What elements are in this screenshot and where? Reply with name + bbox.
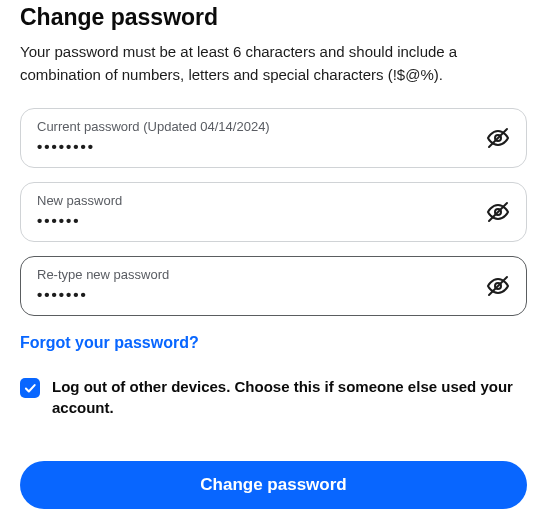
retype-password-label: Re-type new password [37, 267, 510, 282]
new-password-value: •••••• [37, 212, 510, 229]
new-password-label: New password [37, 193, 510, 208]
page-subtitle: Your password must be at least 6 charact… [20, 41, 527, 86]
current-password-value: •••••••• [37, 138, 510, 155]
logout-devices-row: Log out of other devices. Choose this if… [20, 376, 527, 418]
current-password-label: Current password (Updated 04/14/2024) [37, 119, 510, 134]
eye-slash-icon[interactable] [486, 274, 510, 298]
logout-devices-checkbox[interactable] [20, 378, 40, 398]
eye-slash-icon[interactable] [486, 126, 510, 150]
change-password-button[interactable]: Change password [20, 461, 527, 509]
forgot-password-link[interactable]: Forgot your password? [20, 334, 199, 352]
logout-devices-label: Log out of other devices. Choose this if… [52, 376, 527, 418]
retype-password-value: ••••••• [37, 286, 510, 303]
eye-slash-icon[interactable] [486, 200, 510, 224]
retype-password-field[interactable]: Re-type new password ••••••• [20, 256, 527, 316]
current-password-field[interactable]: Current password (Updated 04/14/2024) ••… [20, 108, 527, 168]
new-password-field[interactable]: New password •••••• [20, 182, 527, 242]
page-title: Change password [20, 4, 527, 31]
